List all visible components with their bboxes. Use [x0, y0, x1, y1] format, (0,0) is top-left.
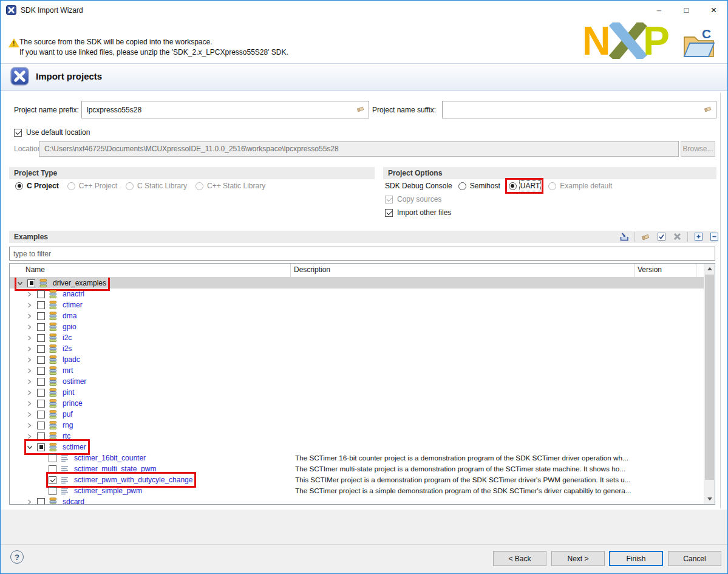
tree-item-label[interactable]: sctimer [61, 443, 87, 451]
scrollbar-thumb[interactable] [705, 275, 714, 480]
maximize-icon[interactable]: □ [673, 1, 700, 19]
tree-item-label[interactable]: rtc [61, 432, 72, 440]
tree-row-sctimer[interactable]: sctimer [10, 442, 715, 453]
chevron-right-icon[interactable] [27, 431, 37, 441]
tree-item-label[interactable]: sctimer_16bit_counter [73, 454, 147, 462]
tree-item-label[interactable]: sctimer_simple_pwm [73, 487, 143, 495]
tree-item-checkbox[interactable] [37, 323, 45, 331]
collapse-all-icon[interactable] [709, 231, 719, 242]
tree-item-checkbox[interactable] [37, 312, 45, 320]
chevron-right-icon[interactable] [27, 420, 37, 430]
chevron-right-icon[interactable] [27, 377, 37, 386]
radio-icon[interactable] [126, 182, 134, 190]
tree-row-mrt[interactable]: mrt [10, 365, 715, 376]
radio-icon[interactable] [67, 182, 75, 190]
tree-row-rng[interactable]: rng [10, 420, 715, 431]
tree-item-checkbox[interactable] [37, 498, 45, 505]
tree-item-label[interactable]: mrt [61, 366, 74, 375]
use-default-location-checkbox[interactable] [14, 129, 22, 137]
suffix-field[interactable] [442, 101, 716, 118]
project-type-option-c-static-library[interactable]: C Static Library [126, 182, 187, 190]
tree-item-label[interactable]: sctimer_pwm_with_dutycyle_change [73, 476, 194, 484]
tree-item-label[interactable]: i2c [61, 333, 73, 342]
tree-item-checkbox[interactable] [37, 432, 45, 440]
suffix-input[interactable] [443, 101, 703, 118]
close-icon[interactable]: × [700, 1, 727, 19]
chevron-down-icon[interactable] [17, 278, 27, 288]
minimize-icon[interactable]: – [645, 1, 673, 19]
tree-item-checkbox[interactable] [37, 301, 45, 309]
radio-icon[interactable] [509, 182, 517, 190]
chevron-right-icon[interactable] [27, 300, 37, 310]
prefix-input[interactable] [82, 101, 356, 118]
chevron-right-icon[interactable] [27, 409, 37, 419]
tree-item-label[interactable]: sdcard [61, 497, 86, 504]
tree-item-label[interactable]: rng [61, 421, 74, 429]
tree-row-prince[interactable]: prince [10, 398, 715, 409]
import-example-icon[interactable] [619, 231, 630, 242]
tree-item-checkbox[interactable] [37, 443, 45, 451]
project-type-option-c-project[interactable]: C Project [15, 182, 59, 190]
finish-button[interactable]: Finish [609, 551, 663, 566]
project-type-option-c-project[interactable]: C++ Project [67, 182, 117, 190]
tree-item-checkbox[interactable] [37, 367, 45, 375]
chevron-right-icon[interactable] [27, 355, 37, 364]
tree-row-sctimer-multi-state-pwm[interactable]: sctimer_multi_state_pwmThe SCTImer multi… [10, 463, 715, 474]
tree-row-i2c[interactable]: i2c [10, 332, 715, 343]
tree-row-sctimer-16bit-counter[interactable]: sctimer_16bit_counterThe SCTimer 16-bit … [10, 453, 715, 463]
radio-icon[interactable] [196, 182, 203, 190]
help-button[interactable]: ? [10, 550, 24, 564]
radio-icon[interactable] [548, 182, 556, 190]
tree-item-label[interactable]: pint [61, 388, 75, 397]
tree-row-sctimer-simple-pwm[interactable]: sctimer_simple_pwmThe SCTimer project is… [10, 485, 715, 496]
tree-item-label[interactable]: prince [61, 399, 84, 408]
tree-row-ostimer[interactable]: ostimer [10, 376, 715, 387]
select-all-icon[interactable] [656, 231, 667, 242]
deselect-all-icon[interactable] [672, 231, 682, 242]
chevron-down-icon[interactable] [27, 442, 37, 452]
radio-icon[interactable] [15, 182, 23, 190]
tree-row-gpio[interactable]: gpio [10, 321, 715, 332]
chevron-right-icon[interactable] [27, 388, 37, 397]
tree-row-i2s[interactable]: i2s [10, 343, 715, 354]
column-header-version[interactable]: Version [638, 265, 662, 274]
tree-row-lpadc[interactable]: lpadc [10, 354, 715, 365]
tree-item-checkbox[interactable] [49, 454, 56, 462]
eraser-icon[interactable] [640, 231, 651, 242]
back-button[interactable]: < Back [493, 551, 546, 566]
tree-item-label[interactable]: dma [61, 312, 78, 320]
console-option-semihost[interactable]: Semihost [458, 182, 500, 190]
chevron-right-icon[interactable] [27, 366, 37, 375]
tree-item-label[interactable]: ctimer [61, 301, 84, 309]
tree-row-pint[interactable]: pint [10, 387, 715, 398]
import-other-files-checkbox[interactable] [385, 209, 393, 217]
tree-row-rtc[interactable]: rtc [10, 431, 715, 442]
tree-item-checkbox[interactable] [49, 487, 56, 495]
browse-button[interactable]: Browse... [681, 141, 715, 157]
cancel-button[interactable]: Cancel [668, 551, 721, 566]
tree-row-puf[interactable]: puf [10, 409, 715, 420]
import-other-files-row[interactable]: Import other files [385, 208, 451, 217]
filter-input[interactable] [10, 250, 715, 258]
tree-item-checkbox[interactable] [37, 334, 45, 342]
tree-item-label[interactable]: lpadc [61, 355, 81, 364]
tree-item-label[interactable]: ostimer [61, 377, 87, 386]
chevron-right-icon[interactable] [27, 289, 37, 299]
chevron-right-icon[interactable] [27, 398, 37, 408]
tree-item-label[interactable]: anactrl [61, 290, 86, 298]
prefix-field[interactable] [81, 101, 369, 118]
tree-row-driver-examples[interactable]: driver_examples [10, 278, 715, 289]
tree-item-checkbox[interactable] [49, 476, 56, 484]
chevron-right-icon[interactable] [27, 344, 37, 354]
tree-item-checkbox[interactable] [49, 465, 56, 473]
tree-row-dma[interactable]: dma [10, 310, 715, 321]
tree-item-label[interactable]: sctimer_multi_state_pwm [73, 465, 157, 473]
tree-item-checkbox[interactable] [37, 389, 45, 397]
tree-item-checkbox[interactable] [27, 279, 35, 287]
tree-row-sdcard[interactable]: sdcard [10, 496, 715, 504]
chevron-right-icon[interactable] [27, 322, 37, 332]
column-header-name[interactable]: Name [26, 265, 45, 274]
scroll-up-icon[interactable] [704, 264, 715, 274]
project-type-option-c-static-library[interactable]: C++ Static Library [196, 182, 265, 190]
vertical-scrollbar[interactable] [704, 264, 715, 504]
